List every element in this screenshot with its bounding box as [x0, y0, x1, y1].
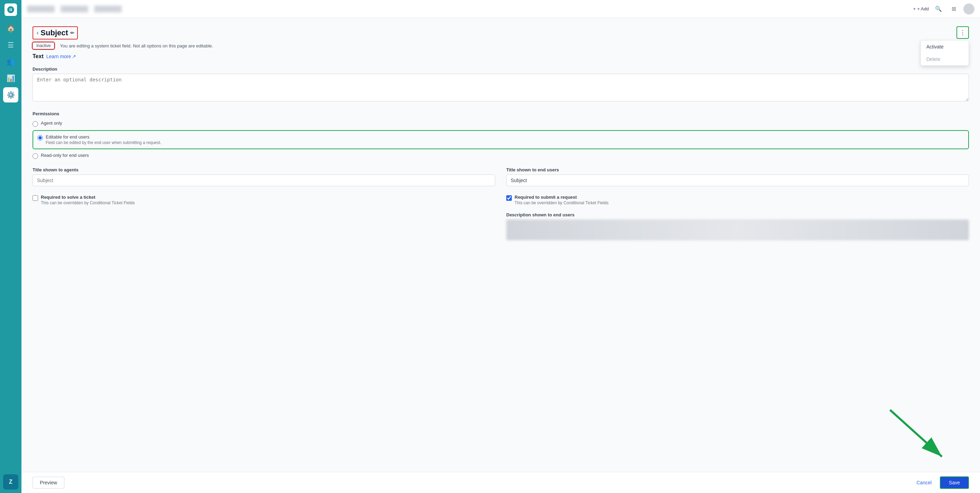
- required-submit-option: Required to submit a request This can be…: [506, 195, 969, 205]
- activate-menu-item[interactable]: Activate: [921, 40, 969, 53]
- topbar: + + Add 🔍 ⊞: [21, 0, 980, 18]
- tickets-icon: ☰: [8, 41, 14, 49]
- apps-icon: ⊞: [951, 6, 956, 12]
- users-icon: 👥: [6, 57, 15, 66]
- sidebar-bottom: Z: [3, 474, 18, 490]
- topbar-right: 🔍 ⊞: [933, 3, 974, 14]
- required-solve-label: Required to solve a ticket: [41, 195, 135, 200]
- three-dot-menu-button[interactable]: ⋮: [956, 26, 969, 39]
- editable-end-users-desc: Field can be edited by the end user when…: [46, 140, 161, 145]
- required-section: Required to solve a ticket This can be o…: [33, 195, 969, 240]
- permission-agent-only: Agent only: [33, 120, 969, 127]
- search-icon: 🔍: [935, 6, 942, 12]
- delete-menu-item[interactable]: Delete: [921, 53, 969, 65]
- preview-button[interactable]: Preview: [33, 477, 64, 488]
- status-badge: Inactive: [33, 42, 54, 49]
- learn-more-text: Learn more: [46, 54, 71, 59]
- read-only-end-users-label: Read-only for end users: [41, 153, 89, 158]
- dropdown-menu: Activate Delete: [921, 40, 969, 66]
- three-dot-icon: ⋮: [959, 29, 966, 36]
- sidebar-item-settings[interactable]: ⚙️: [3, 87, 18, 102]
- title-outline: ‹ Subject ✏: [33, 26, 78, 40]
- description-section: Description: [33, 67, 969, 103]
- end-users-title-label: Title shown to end users: [506, 167, 969, 172]
- desc-end-users-label: Description shown to end users: [506, 212, 969, 217]
- add-label: + Add: [917, 6, 929, 11]
- permissions-title: Permissions: [33, 111, 969, 116]
- tab-blurred-1: [27, 6, 55, 13]
- page-title-row: ‹ Subject ✏: [33, 26, 213, 40]
- editable-end-users-label: Editable for end users: [46, 134, 161, 139]
- permission-read-only-end-users: Read-only for end users: [33, 153, 969, 159]
- end-users-title-col: Title shown to end users: [506, 167, 969, 186]
- read-only-end-users-radio[interactable]: [33, 153, 38, 159]
- end-users-title-input[interactable]: [506, 174, 969, 186]
- plus-icon: +: [913, 6, 916, 11]
- required-submit-text: Required to submit a request This can be…: [515, 195, 608, 205]
- header-left: ‹ Subject ✏ Inactive You are editing a s…: [33, 26, 213, 49]
- required-solve-option: Required to solve a ticket This can be o…: [33, 195, 495, 205]
- reports-icon: 📊: [6, 74, 15, 82]
- agents-title-input[interactable]: [33, 174, 495, 186]
- footer-right: Cancel Save: [912, 476, 969, 489]
- agent-only-option: Agent only: [41, 120, 62, 126]
- external-link-icon: ↗: [72, 54, 76, 59]
- apps-button[interactable]: ⊞: [948, 3, 959, 14]
- title-text: Subject: [40, 29, 68, 37]
- back-button[interactable]: ‹: [36, 29, 39, 37]
- field-type-label: Text: [33, 53, 44, 59]
- home-icon: 🏠: [6, 24, 15, 32]
- required-solve-text: Required to solve a ticket This can be o…: [41, 195, 135, 205]
- page-header: ‹ Subject ✏ Inactive You are editing a s…: [33, 26, 969, 49]
- sidebar-item-reports[interactable]: 📊: [3, 71, 18, 86]
- edit-title-icon[interactable]: ✏: [70, 30, 75, 36]
- cancel-button[interactable]: Cancel: [912, 477, 936, 488]
- sidebar: 🏠 ☰ 👥 📊 ⚙️ Z: [0, 0, 21, 493]
- sidebar-item-home[interactable]: 🏠: [3, 21, 18, 36]
- sidebar-item-zendesk[interactable]: Z: [3, 474, 18, 490]
- tab-blurred-2: [60, 6, 88, 13]
- tab-blurred-3: [94, 6, 122, 13]
- permission-editable-end-users: Editable for end users Field can be edit…: [33, 130, 969, 149]
- system-notice: You are editing a system ticket field. N…: [60, 43, 213, 48]
- agent-only-label: Agent only: [41, 120, 62, 126]
- field-type-row: Text Learn more ↗: [33, 53, 969, 59]
- sidebar-item-users[interactable]: 👥: [3, 54, 18, 69]
- titles-section: Title shown to agents Title shown to end…: [33, 167, 969, 186]
- menu-area: ⋮ Activate Delete: [956, 26, 969, 39]
- main-area: + + Add 🔍 ⊞ ‹ Subject ✏: [21, 0, 980, 493]
- permissions-section: Permissions Agent only Editable for end …: [33, 111, 969, 159]
- editable-end-users-option: Editable for end users Field can be edit…: [46, 134, 161, 145]
- read-only-end-users-option: Read-only for end users: [41, 153, 89, 158]
- description-label: Description: [33, 67, 969, 72]
- content-area: ‹ Subject ✏ Inactive You are editing a s…: [21, 18, 980, 493]
- required-solve-desc: This can be overridden by Conditional Ti…: [41, 201, 135, 205]
- topbar-tabs: [27, 6, 909, 13]
- agents-title-label: Title shown to agents: [33, 167, 495, 172]
- editable-end-users-radio[interactable]: [37, 135, 43, 140]
- save-button[interactable]: Save: [940, 476, 969, 489]
- required-solve-checkbox[interactable]: [33, 195, 38, 201]
- add-button[interactable]: + + Add: [913, 6, 929, 11]
- required-submit-checkbox[interactable]: [506, 195, 512, 201]
- page-title: Subject ✏: [40, 29, 74, 37]
- agents-title-col: Title shown to agents: [33, 167, 495, 186]
- required-submit-label: Required to submit a request: [515, 195, 608, 200]
- desc-end-users-section: Description shown to end users: [506, 212, 969, 240]
- required-submit-desc: This can be overridden by Conditional Ti…: [515, 201, 608, 205]
- sidebar-logo: [5, 3, 17, 16]
- required-solve-col: Required to solve a ticket This can be o…: [33, 195, 495, 240]
- description-input[interactable]: [33, 74, 969, 101]
- required-submit-col: Required to submit a request This can be…: [506, 195, 969, 240]
- settings-icon: ⚙️: [6, 91, 15, 99]
- footer: Preview Cancel Save: [21, 472, 980, 493]
- user-avatar[interactable]: [963, 3, 974, 14]
- agent-only-radio[interactable]: [33, 121, 38, 127]
- sidebar-item-tickets[interactable]: ☰: [3, 37, 18, 53]
- search-button[interactable]: 🔍: [933, 3, 944, 14]
- desc-end-users-blurred-field: [506, 220, 969, 240]
- learn-more-link[interactable]: Learn more ↗: [46, 54, 76, 59]
